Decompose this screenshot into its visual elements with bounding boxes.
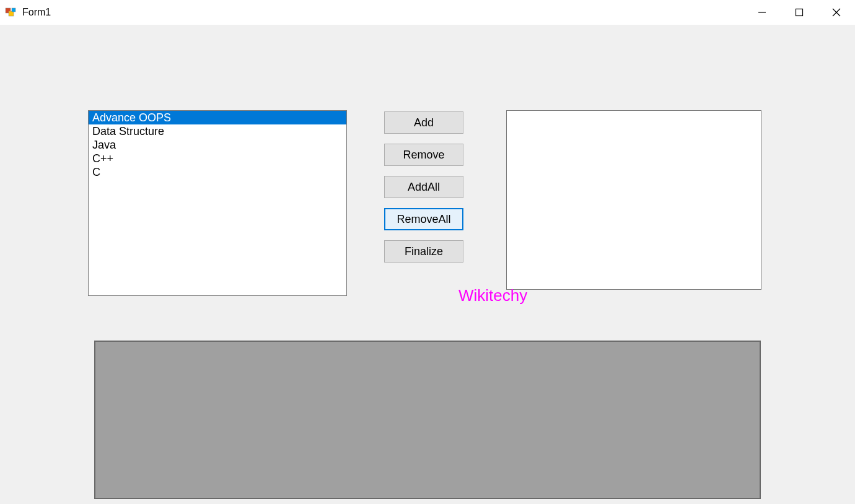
window-controls	[743, 0, 855, 25]
watermark-label: Wikitechy	[458, 286, 527, 305]
bottom-panel	[94, 341, 761, 499]
maximize-button[interactable]	[781, 0, 818, 25]
titlebar: Form1	[0, 0, 855, 25]
removeall-button[interactable]: RemoveAll	[384, 208, 463, 230]
target-listbox[interactable]	[506, 110, 761, 290]
list-item[interactable]: C++	[89, 152, 346, 165]
list-item[interactable]: C	[89, 165, 346, 179]
svg-rect-4	[796, 9, 803, 16]
finalize-button[interactable]: Finalize	[384, 240, 463, 263]
app-icon	[5, 6, 17, 19]
remove-button[interactable]: Remove	[384, 144, 463, 166]
list-item[interactable]: Advance OOPS	[89, 111, 346, 124]
add-button[interactable]: Add	[384, 111, 463, 134]
svg-rect-2	[12, 8, 15, 12]
window-title: Form1	[22, 7, 51, 18]
source-listbox[interactable]: Advance OOPSData StructureJavaC++C	[88, 110, 347, 296]
titlebar-left: Form1	[5, 6, 51, 19]
list-item[interactable]: Data Structure	[89, 124, 346, 138]
button-column: Add Remove AddAll RemoveAll Finalize	[384, 111, 463, 263]
addall-button[interactable]: AddAll	[384, 176, 463, 198]
minimize-button[interactable]	[743, 0, 781, 25]
client-area: Advance OOPSData StructureJavaC++C Add R…	[0, 25, 855, 504]
list-item[interactable]: Java	[89, 138, 346, 152]
close-button[interactable]	[818, 0, 855, 25]
